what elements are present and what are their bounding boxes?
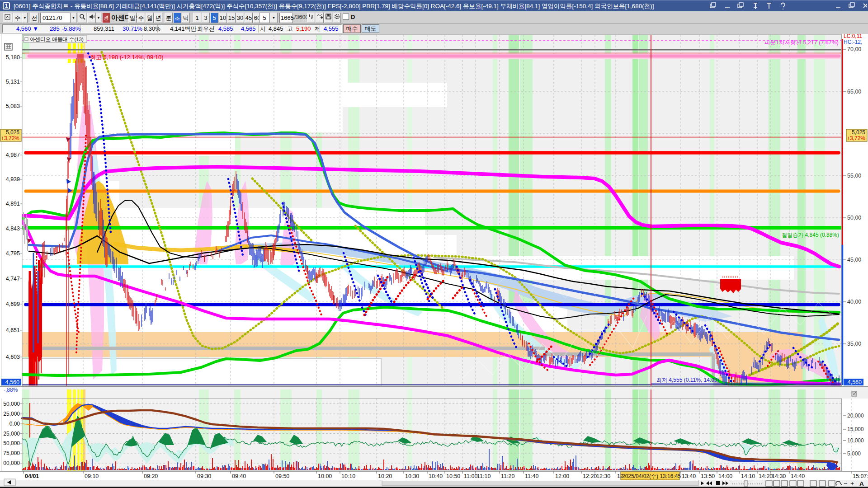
svg-text:10:40: 10:40 — [429, 473, 443, 479]
svg-text:아센디오 매물대 수(13): 아센디오 매물대 수(13) — [30, 37, 84, 42]
svg-text:65,00: 65,00 — [847, 89, 861, 95]
svg-text:10:50: 10:50 — [446, 473, 460, 479]
svg-text:4,699: 4,699 — [6, 301, 20, 307]
svg-text:4,560: 4,560 — [5, 379, 19, 385]
svg-text:4,843: 4,843 — [6, 225, 20, 232]
svg-text:25,000: 25,000 — [3, 431, 20, 437]
svg-text:09:10: 09:10 — [85, 473, 99, 479]
svg-text:09:40: 09:40 — [232, 473, 246, 479]
svg-text:14:00: 14:00 — [718, 473, 732, 479]
svg-text:45,00: 45,00 — [847, 257, 861, 263]
svg-text:04/01: 04/01 — [25, 473, 39, 479]
svg-text:5,131: 5,131 — [6, 79, 20, 85]
svg-text:5,025: 5,025 — [852, 129, 865, 136]
svg-text:55,00: 55,00 — [847, 173, 861, 179]
svg-text:11:20: 11:20 — [501, 473, 514, 479]
svg-text:최고 5,190 (-12.14%, 09:10): 최고 5,190 (-12.14%, 09:10) — [90, 54, 164, 61]
svg-text:12:30: 12:30 — [596, 473, 610, 479]
svg-text:4,891: 4,891 — [6, 201, 20, 207]
svg-text:4,603: 4,603 — [6, 354, 20, 360]
svg-text:A: A — [859, 480, 864, 487]
svg-text:50,000: 50,000 — [3, 401, 20, 407]
svg-text:11:10: 11:10 — [477, 473, 491, 479]
svg-text:4,560: 4,560 — [848, 379, 862, 385]
svg-text:12:00: 12:00 — [555, 473, 569, 479]
svg-text:+: + — [850, 480, 854, 487]
svg-text:4,747: 4,747 — [6, 276, 20, 282]
svg-text:5,180: 5,180 — [6, 54, 20, 61]
svg-text:10,000: 10,000 — [847, 437, 864, 444]
svg-text:-,88%: -,88% — [4, 387, 18, 393]
svg-text:11:40: 11:40 — [525, 473, 538, 479]
svg-text:10:20: 10:20 — [378, 473, 392, 479]
svg-text:13:40: 13:40 — [682, 473, 696, 479]
svg-text:4,795: 4,795 — [6, 250, 20, 257]
svg-text:5,025: 5,025 — [6, 129, 19, 136]
svg-text:+3,72%: +3,72% — [1, 135, 19, 141]
svg-text:15:07:2: 15:07:2 — [853, 473, 868, 479]
svg-text:09:30: 09:30 — [197, 473, 211, 479]
svg-text:4,987: 4,987 — [6, 152, 20, 158]
svg-text:11:00: 11:00 — [464, 473, 477, 479]
svg-text:14:10: 14:10 — [741, 473, 755, 479]
svg-text:25,000: 25,000 — [3, 411, 20, 417]
svg-text:−: − — [844, 480, 847, 487]
svg-text:13:50: 13:50 — [701, 473, 715, 479]
svg-text:5,000: 5,000 — [847, 450, 861, 457]
svg-text:HC:-12,: HC:-12, — [844, 39, 862, 45]
svg-text:35,00: 35,00 — [847, 341, 861, 347]
svg-text:2025/04/02(수) 13:16:45: 2025/04/02(수) 13:16:45 — [622, 473, 681, 479]
svg-text:50,00: 50,00 — [847, 215, 861, 221]
svg-text:절일증가 4,845 (0.88%): 절일증가 4,845 (0.88%) — [782, 232, 839, 238]
svg-text:20,000: 20,000 — [847, 413, 864, 419]
svg-text:+3,72%: +3,72% — [847, 135, 865, 141]
svg-text:10:00: 10:00 — [318, 473, 332, 479]
svg-text:50,000: 50,000 — [3, 440, 20, 446]
svg-text:09:50: 09:50 — [275, 473, 289, 479]
svg-text:10:10: 10:10 — [341, 473, 355, 479]
svg-text:15,000: 15,000 — [847, 426, 864, 432]
svg-text:00,000: 00,000 — [3, 460, 20, 466]
svg-text:14:30: 14:30 — [772, 473, 786, 479]
svg-text:4,651: 4,651 — [6, 327, 20, 333]
svg-text:14:40: 14:40 — [791, 473, 805, 479]
svg-text:70,00: 70,00 — [847, 46, 861, 52]
svg-text:10:30: 10:30 — [405, 473, 419, 479]
svg-text:4,939: 4,939 — [6, 176, 20, 183]
svg-text:40,00: 40,00 — [847, 299, 861, 305]
svg-text:12:20: 12:20 — [583, 473, 597, 479]
svg-text:LC:0,11: LC:0,11 — [844, 33, 862, 39]
svg-text:최저 4,555 (0.11%, 14:03): 최저 4,555 (0.11%, 14:03) — [656, 377, 719, 383]
svg-text:0.00: 0.00 — [9, 421, 20, 427]
svg-text:09:20: 09:20 — [144, 473, 158, 479]
svg-text:75,000: 75,000 — [3, 450, 20, 456]
svg-text:피봇1차저항선 5,217 (7.67%): 피봇1차저항선 5,217 (7.67%) — [764, 39, 839, 46]
svg-text:5,083: 5,083 — [6, 103, 20, 109]
svg-text:14:20: 14:20 — [759, 473, 773, 479]
